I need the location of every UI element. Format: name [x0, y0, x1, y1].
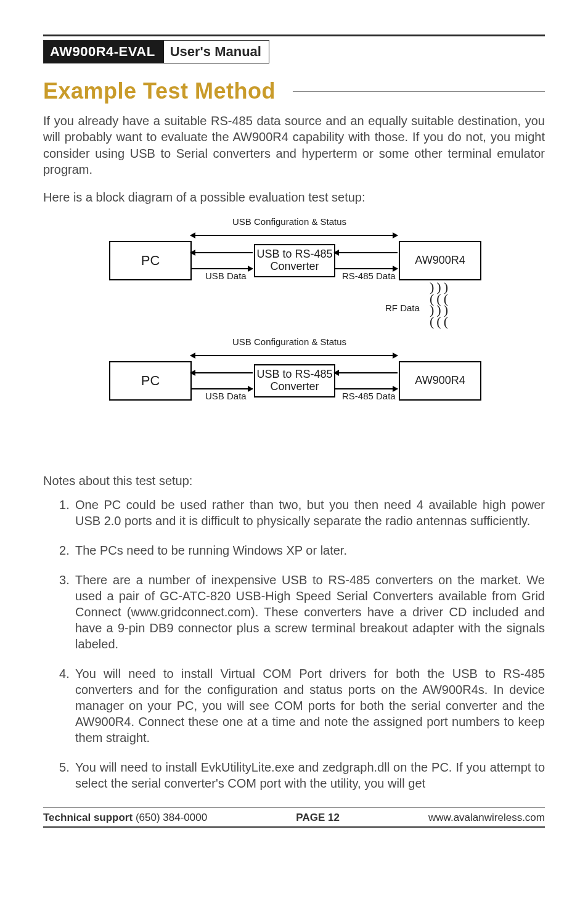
section-title-text: Example Test Method — [43, 78, 276, 104]
product-name: AW900R4-EVAL — [44, 41, 164, 63]
rs485-data-label-top: RS-485 Data — [342, 271, 396, 281]
list-item: The PCs need to be running Windows XP or… — [59, 542, 545, 558]
arrow-config-top — [190, 235, 398, 236]
section-title-rule — [293, 91, 545, 92]
notes-list: One PC could be used rather than two, bu… — [43, 497, 545, 791]
radio-box-top: AW900R4 — [399, 241, 481, 280]
usb-data-label-bottom: USB Data — [205, 391, 247, 401]
config-label-top: USB Configuration & Status — [232, 216, 346, 227]
arrow-usb-top-fwd — [190, 268, 253, 269]
list-item: You will need to install Virtual COM Por… — [59, 666, 545, 746]
support-info: Technical support (650) 384-0000 — [43, 812, 207, 824]
arrow-rs485-top-fwd — [334, 268, 398, 269]
usb-data-label-top: USB Data — [205, 271, 247, 281]
intro-paragraph-1: If you already have a suitable RS-485 da… — [43, 113, 545, 178]
block-diagram: USB Configuration & Status PC USB to RS-… — [97, 216, 491, 457]
list-item: There are a number of inexpensive USB to… — [59, 572, 545, 652]
converter-label-bottom-l1: USB to RS-485 — [256, 369, 332, 381]
converter-box-top: USB to RS-485 Converter — [254, 244, 335, 277]
arrow-config-bottom — [190, 355, 398, 356]
arrow-rs485-top-back — [334, 252, 398, 253]
top-rule — [43, 35, 545, 36]
list-item: You will need to install EvkUtilityLite.… — [59, 759, 545, 791]
doc-header: AW900R4-EVAL User's Manual — [43, 40, 269, 63]
converter-label-bottom-l2: Converter — [270, 381, 319, 393]
converter-label-top-l1: USB to RS-485 — [256, 248, 332, 261]
rf-waves: ))) ((( ))) ((( — [430, 282, 451, 328]
rf-data-label: RF Data — [385, 303, 420, 313]
doc-type: User's Manual — [164, 41, 269, 63]
config-label-bottom: USB Configuration & Status — [232, 336, 346, 347]
converter-label-top-l2: Converter — [270, 261, 319, 273]
converter-box-bottom: USB to RS-485 Converter — [254, 364, 335, 397]
support-phone: (650) 384-0000 — [136, 812, 207, 823]
list-item: One PC could be used rather than two, bu… — [59, 497, 545, 529]
arrow-rs485-bottom-back — [334, 372, 398, 373]
footer-url: www.avalanwireless.com — [428, 812, 545, 824]
arrow-rs485-bottom-fwd — [334, 388, 398, 389]
arrow-usb-bottom-fwd — [190, 388, 253, 389]
pc-box-top: PC — [109, 241, 192, 280]
rs485-data-label-bottom: RS-485 Data — [342, 391, 396, 401]
page-number: PAGE 12 — [296, 812, 340, 824]
notes-intro: Notes about this test setup: — [43, 474, 545, 488]
page-footer: Technical support (650) 384-0000 PAGE 12… — [43, 808, 545, 826]
arrow-usb-top-back — [190, 252, 253, 253]
intro-paragraph-2: Here is a block diagram of a possible ev… — [43, 189, 545, 205]
support-label: Technical support — [43, 812, 133, 823]
radio-box-bottom: AW900R4 — [399, 361, 481, 401]
pc-box-bottom: PC — [109, 361, 192, 401]
section-title: Example Test Method — [43, 78, 545, 104]
arrow-usb-bottom-back — [190, 372, 253, 373]
footer-rule-thick — [43, 826, 545, 828]
